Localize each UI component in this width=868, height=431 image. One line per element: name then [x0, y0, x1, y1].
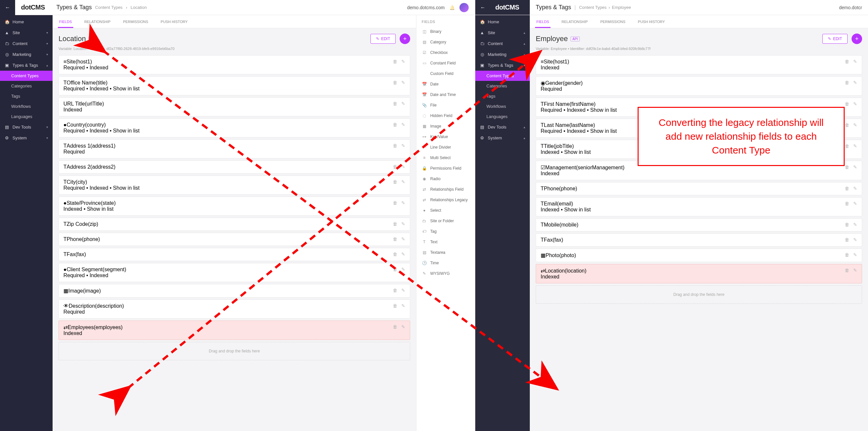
back-button[interactable]: ← — [0, 0, 15, 15]
nav-types-tags[interactable]: ▣Types & Tags▾ — [475, 60, 530, 71]
delete-icon[interactable]: 🗑 — [845, 164, 849, 170]
palette-item[interactable]: ⇄Relationships Field — [416, 184, 475, 195]
edit-pencil-icon[interactable]: ✎ — [401, 200, 405, 206]
palette-item[interactable]: 🕒Time — [416, 258, 475, 268]
edit-pencil-icon[interactable]: ✎ — [401, 80, 405, 85]
field-row[interactable]: ▦Image(image)🗑✎ — [59, 284, 410, 298]
delete-icon[interactable]: 🗑 — [393, 59, 397, 64]
palette-item[interactable]: 🏷Tag — [416, 226, 475, 237]
crumb-content-types[interactable]: Content Types — [579, 5, 607, 10]
edit-pencil-icon[interactable]: ✎ — [853, 143, 857, 149]
nav-site[interactable]: ▲Site▴ — [475, 27, 530, 38]
delete-icon[interactable]: 🗑 — [845, 237, 849, 242]
back-button[interactable]: ← — [475, 5, 490, 10]
field-row[interactable]: TFax(fax)🗑✎ — [59, 248, 410, 261]
delete-icon[interactable]: 🗑 — [393, 251, 397, 257]
delete-icon[interactable]: 🗑 — [393, 80, 397, 85]
api-badge[interactable]: API — [88, 36, 98, 41]
field-row[interactable]: ●Client Segment(segment)Required • Index… — [59, 263, 410, 282]
delete-icon[interactable]: 🗑 — [393, 288, 397, 293]
delete-icon[interactable]: 🗑 — [845, 222, 849, 227]
palette-item[interactable]: ▭Constant Field — [416, 58, 475, 68]
crumb-section[interactable]: Types & Tags — [57, 4, 92, 11]
tab-fields[interactable]: FIELDS — [535, 15, 551, 28]
api-badge[interactable]: API — [570, 36, 580, 41]
field-row[interactable]: TMobile(mobile)🗑✎ — [536, 218, 862, 232]
field-row[interactable]: ●Country(country)Required • Indexed • Sh… — [59, 118, 410, 137]
edit-pencil-icon[interactable]: ✎ — [853, 252, 857, 257]
nav-workflows[interactable]: Workflows — [475, 101, 530, 112]
bell-icon[interactable]: 🔔 — [449, 5, 455, 10]
field-row[interactable]: ▦Photo(photo)🗑✎ — [536, 249, 862, 262]
nav-content-types[interactable]: Content Types — [475, 71, 530, 81]
field-row[interactable]: ≡Site(host1)Required • Indexed🗑✎ — [59, 55, 410, 74]
palette-item[interactable]: 📎File — [416, 100, 475, 111]
edit-pencil-icon[interactable]: ✎ — [853, 122, 857, 128]
delete-icon[interactable]: 🗑 — [845, 59, 849, 64]
nav-devtools[interactable]: ▧Dev Tools▾ — [0, 122, 53, 132]
edit-pencil-icon[interactable]: ✎ — [401, 179, 405, 184]
field-row[interactable]: TCity(city)Required • Indexed • Show in … — [59, 176, 410, 195]
nav-system[interactable]: ⚙System▾ — [0, 132, 53, 143]
edit-pencil-icon[interactable]: ✎ — [401, 236, 405, 242]
palette-item[interactable]: ▤Textarea — [416, 247, 475, 258]
palette-item[interactable]: ▦Image — [416, 121, 475, 131]
nav-home[interactable]: 🏠Home — [475, 17, 530, 27]
palette-item[interactable]: Custom Field — [416, 68, 475, 79]
field-row[interactable]: TEmail(email)Indexed • Show in list🗑✎ — [536, 197, 862, 216]
nav-types-tags[interactable]: ▣Types & Tags▴ — [0, 60, 53, 71]
field-row[interactable]: TPhone(phone)🗑✎ — [59, 233, 410, 246]
nav-devtools[interactable]: ▧Dev Tools▴ — [475, 122, 530, 132]
delete-icon[interactable]: 🗑 — [393, 303, 397, 308]
nav-categories[interactable]: Categories — [475, 81, 530, 91]
edit-pencil-icon[interactable]: ✎ — [401, 164, 405, 169]
crumb-location[interactable]: Location — [130, 5, 147, 10]
tab-fields[interactable]: FIELDS — [58, 15, 73, 28]
nav-system[interactable]: ⚙System▴ — [475, 132, 530, 143]
nav-content-types[interactable]: Content Types — [0, 71, 53, 81]
field-row[interactable]: 👁Description(description)Required🗑✎ — [59, 300, 410, 318]
palette-item[interactable]: 📅Date and Time — [416, 89, 475, 100]
edit-pencil-icon[interactable]: ✎ — [401, 59, 405, 64]
edit-pencil-icon[interactable]: ✎ — [853, 186, 857, 191]
edit-pencil-icon[interactable]: ✎ — [401, 324, 405, 330]
nav-tags[interactable]: Tags — [475, 91, 530, 101]
crumb-section[interactable]: Types & Tags — [536, 4, 571, 11]
delete-icon[interactable]: 🗑 — [845, 101, 849, 106]
add-button[interactable]: + — [851, 34, 862, 44]
edit-button[interactable]: ✎EDIT — [370, 34, 396, 44]
palette-item[interactable]: ◉Radio — [416, 174, 475, 184]
delete-icon[interactable]: 🗑 — [393, 200, 397, 206]
palette-item[interactable]: TText — [416, 237, 475, 247]
nav-tags[interactable]: Tags — [0, 91, 53, 101]
palette-item[interactable]: 🔒Permissions Field — [416, 163, 475, 174]
nav-marketing[interactable]: ◎Marketing▴ — [475, 49, 530, 60]
delete-icon[interactable]: 🗑 — [393, 101, 397, 106]
crumb-employee[interactable]: Employee — [612, 5, 631, 10]
delete-icon[interactable]: 🗑 — [393, 236, 397, 242]
palette-item[interactable]: ⇄Relationships Legacy — [416, 195, 475, 205]
delete-icon[interactable]: 🗑 — [393, 324, 397, 330]
tab-push-history[interactable]: PUSH HISTORY — [159, 15, 189, 28]
drop-zone[interactable]: Drag and drop the fields here — [59, 342, 410, 360]
field-row[interactable]: TFax(fax)🗑✎ — [536, 234, 862, 247]
crumb-content-types[interactable]: Content Types — [95, 5, 123, 10]
delete-icon[interactable]: 🗑 — [845, 122, 849, 128]
edit-pencil-icon[interactable]: ✎ — [853, 237, 857, 242]
field-row[interactable]: TOffice Name(title)Required • Indexed • … — [59, 76, 410, 95]
delete-icon[interactable]: 🗑 — [845, 201, 849, 206]
palette-item[interactable]: ✎WYSIWYG — [416, 268, 475, 279]
tab-relationship[interactable]: RELATIONSHIP — [560, 15, 589, 28]
field-row[interactable]: ⇄Location(location)Indexed🗑✎ — [536, 264, 862, 283]
edit-pencil-icon[interactable]: ✎ — [853, 201, 857, 206]
palette-item[interactable]: ▤Category — [416, 37, 475, 47]
domain-label[interactable]: demo.dotcr — [839, 5, 862, 10]
edit-pencil-icon[interactable]: ✎ — [401, 122, 405, 127]
nav-content[interactable]: 🗀Content▴ — [475, 38, 530, 49]
field-row[interactable]: TPhone(phone)🗑✎ — [536, 182, 862, 195]
edit-pencil-icon[interactable]: ✎ — [401, 221, 405, 226]
field-row[interactable]: URL Title(urlTitle)Indexed🗑✎ — [59, 97, 410, 116]
edit-pencil-icon[interactable]: ✎ — [853, 101, 857, 106]
palette-item[interactable]: ⋯Line Divider — [416, 142, 475, 153]
field-row[interactable]: TZip Code(zip)🗑✎ — [59, 218, 410, 231]
